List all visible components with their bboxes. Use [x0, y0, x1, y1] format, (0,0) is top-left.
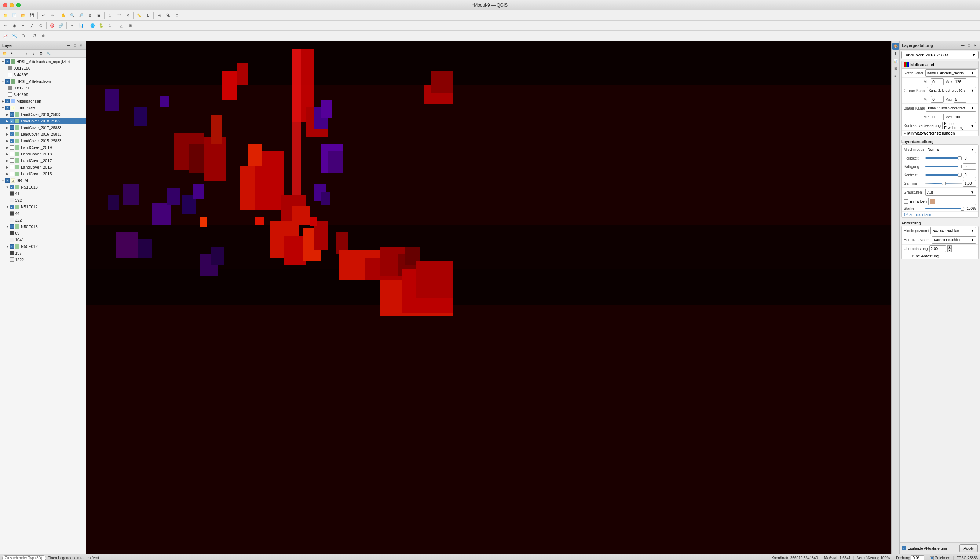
expand-arrow[interactable]: ▶: [5, 172, 10, 176]
brightness-slider-container[interactable]: [925, 157, 962, 159]
layer-item-hrsl-repro[interactable]: ▼ ✓ HRSL_Mittelsachsen_reprojiziert: [0, 58, 86, 65]
tb-hist-icon[interactable]: 📉: [10, 32, 18, 40]
layer-item-n51e013[interactable]: ▼ ✓ N51E013: [0, 184, 86, 190]
tb-digitize-icon[interactable]: ✏: [2, 22, 10, 30]
tb-temporal-icon[interactable]: ⏱: [30, 32, 38, 40]
tb-snap-icon[interactable]: 🎯: [48, 22, 56, 30]
style-icon-paint[interactable]: 🎨: [892, 43, 899, 50]
expand-arrow[interactable]: ▼: [5, 245, 10, 248]
layer-item-n51e013-392[interactable]: 392: [0, 197, 86, 203]
style-panel-minimize-icon[interactable]: —: [960, 43, 965, 48]
tb-raster-icon[interactable]: ⊞: [126, 22, 134, 30]
tb-stat-icon[interactable]: 📊: [77, 22, 85, 30]
maximize-button[interactable]: [16, 3, 20, 7]
layer-item-lc2015[interactable]: ▶ ✓ LandCover_2015_25833: [0, 138, 86, 144]
layer-item-hrsl-val4[interactable]: 3.44699: [0, 91, 86, 98]
layer-item-lc2018b[interactable]: ▶ LandCover_2018: [0, 151, 86, 157]
expand-arrow[interactable]: ▼: [5, 185, 10, 189]
layer-item-landcover[interactable]: ▼ ✓ G Landcover: [0, 105, 86, 111]
style-icon-info[interactable]: ℹ: [892, 50, 899, 57]
reset-button[interactable]: Zurücksetzen: [904, 212, 931, 217]
tb-node-icon[interactable]: ◉: [10, 22, 18, 30]
style-icon-legend[interactable]: ≡: [892, 72, 899, 79]
layer-item-n50e013[interactable]: ▼ ✓ N50E013: [0, 223, 86, 230]
strength-slider-container[interactable]: [925, 208, 964, 209]
layer-checkbox[interactable]: ✓: [10, 138, 14, 143]
apply-button[interactable]: Apply: [960, 544, 978, 552]
expand-arrow[interactable]: ▼: [1, 179, 5, 182]
tb-vector-icon[interactable]: △: [117, 22, 125, 30]
layer-dn-btn[interactable]: ↓: [30, 50, 37, 57]
red-channel-select[interactable]: Kanal 1: discrete_classification (Red) ▼: [925, 69, 976, 77]
layer-name-selector[interactable]: LandCover_2018_25833 ▼: [901, 51, 978, 59]
layer-checkbox[interactable]: ✓: [10, 244, 14, 248]
green-max-input[interactable]: 5: [953, 96, 967, 103]
layer-item-srtm[interactable]: ▼ ✓ G SRTM: [0, 177, 86, 184]
tb-chart-icon[interactable]: 📈: [2, 32, 10, 40]
expand-arrow[interactable]: ▶: [5, 113, 10, 116]
tb-browser-icon[interactable]: 🗂: [106, 22, 114, 30]
minimize-button[interactable]: [10, 3, 14, 7]
blue-channel-select[interactable]: Kanal 3: urban-coverfraction (Blue) ▼: [926, 105, 976, 112]
tb-zoomout-icon[interactable]: 🔎: [77, 12, 85, 20]
tb-relation-icon[interactable]: 🔗: [57, 22, 65, 30]
layer-item-lc2017b[interactable]: ▶ LandCover_2017: [0, 157, 86, 164]
tb-print-icon[interactable]: 🖨: [155, 12, 163, 20]
saturation-thumb[interactable]: [958, 165, 962, 168]
layer-checkbox[interactable]: ✓: [5, 178, 10, 183]
layer-checkbox[interactable]: [10, 152, 14, 156]
layer-item-hrsl-val2[interactable]: 3.44699: [0, 72, 86, 78]
layer-item-lc2016[interactable]: ▶ ✓ LandCover_2016_25833: [0, 131, 86, 138]
layer-item-n50e012[interactable]: ▼ ✓ N50E012: [0, 243, 86, 250]
expand-arrow[interactable]: ▶: [5, 120, 10, 123]
layer-item-n50e013-63[interactable]: 63: [0, 230, 86, 237]
expand-arrow[interactable]: ▶: [5, 133, 10, 136]
saturation-track[interactable]: [925, 166, 962, 167]
gamma-track[interactable]: [925, 183, 962, 184]
tb-3d-icon[interactable]: ⬡: [19, 32, 27, 40]
panel-maximize-icon[interactable]: □: [72, 43, 77, 48]
live-update-checkbox[interactable]: ✓: [902, 546, 906, 550]
tb-add-point-icon[interactable]: +: [19, 22, 27, 30]
tb-wms-icon[interactable]: 🌐: [88, 22, 97, 30]
red-min-input[interactable]: 0: [931, 78, 944, 85]
layer-item-lc2019b[interactable]: ▶ LandCover_2019: [0, 144, 86, 151]
close-button[interactable]: [3, 3, 7, 7]
gamma-input[interactable]: 1,00: [963, 180, 976, 187]
expand-arrow[interactable]: ▼: [5, 205, 10, 209]
tb-open-icon[interactable]: 📂: [19, 12, 27, 20]
expand-arrow[interactable]: ▶: [5, 146, 10, 149]
layer-remove-btn[interactable]: —: [16, 50, 22, 57]
brightness-track[interactable]: [925, 157, 962, 159]
expand-arrow[interactable]: ▶: [5, 159, 10, 162]
minmax-row[interactable]: ▶ Min/Max-Werteinstellungen: [902, 130, 978, 136]
tb-deselect-icon[interactable]: ✕: [123, 12, 132, 20]
layer-filter-btn[interactable]: ⚙: [38, 50, 44, 57]
layer-checkbox[interactable]: ✓: [10, 185, 14, 189]
colorize-checkbox[interactable]: [904, 199, 908, 203]
layer-item-lc2018[interactable]: ▶ ✓ LandCover_2018_25833: [0, 118, 86, 124]
layer-item-n51e012[interactable]: ▼ ✓ N51E012: [0, 203, 86, 210]
layer-checkbox[interactable]: ✓: [5, 59, 10, 64]
layer-item-lc2016b[interactable]: ▶ LandCover_2016: [0, 164, 86, 170]
tb-zoom-layer-icon[interactable]: ▣: [95, 12, 103, 20]
layer-item-mittelsachsen[interactable]: ▶ ✓ Mittelsachsen: [0, 98, 86, 105]
style-panel-maximize-icon[interactable]: □: [967, 43, 972, 48]
blue-min-input[interactable]: 0: [931, 114, 944, 120]
green-channel-select[interactable]: Kanal 2: forest_type (Green) ▼: [927, 87, 976, 94]
layer-item-lc2017[interactable]: ▶ ✓ LandCover_2017_25833: [0, 124, 86, 131]
layer-item-n50e013-1041[interactable]: 1041: [0, 237, 86, 243]
layer-item-n50e012-157[interactable]: 157: [0, 250, 86, 256]
layer-open-btn[interactable]: 📂: [1, 50, 8, 57]
tb-settings-icon[interactable]: ⚙: [173, 12, 181, 20]
blue-max-input[interactable]: 100: [953, 114, 967, 120]
saturation-input[interactable]: 0: [963, 163, 976, 170]
layer-item-hrsl-val3[interactable]: 0.812156: [0, 85, 86, 91]
layer-item-n51e012-322[interactable]: 322: [0, 217, 86, 223]
layer-item-lc2019[interactable]: ▶ ✓ LandCover_2019_25833: [0, 111, 86, 118]
expand-arrow[interactable]: ▼: [1, 107, 5, 110]
tb-measure-icon[interactable]: 📏: [135, 12, 143, 20]
colorize-color-select[interactable]: [928, 198, 976, 205]
strength-thumb[interactable]: [960, 207, 964, 210]
tb-plugin-icon[interactable]: 🔌: [164, 12, 172, 20]
